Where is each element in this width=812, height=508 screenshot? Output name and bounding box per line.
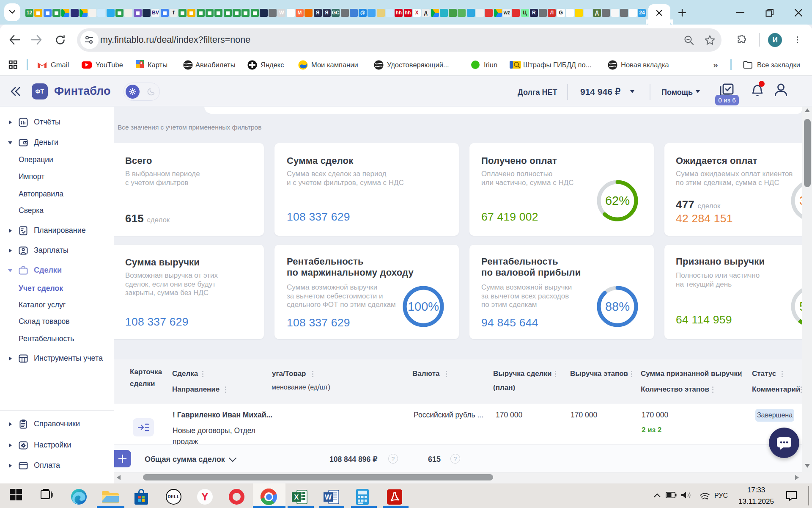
svg-text:X: X — [294, 493, 299, 501]
svg-text:W: W — [325, 493, 332, 501]
